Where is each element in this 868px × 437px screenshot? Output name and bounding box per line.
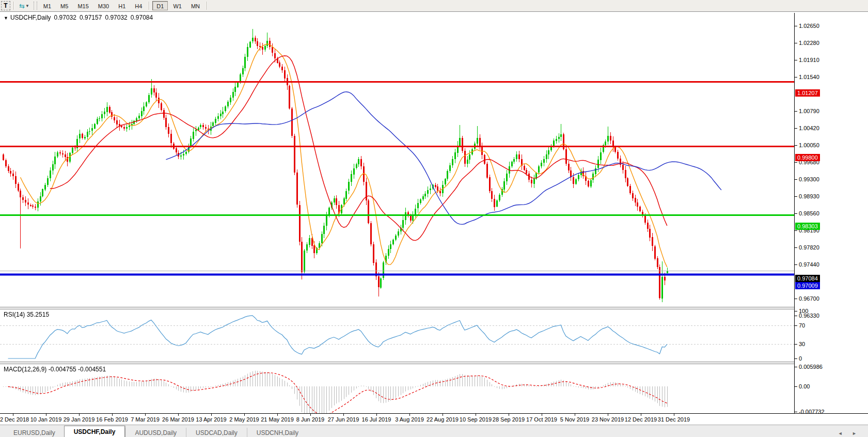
date-tick-label: 8 Jun 2019 bbox=[296, 416, 324, 423]
date-tick-label: 22 Dec 2018 bbox=[0, 416, 29, 423]
rsi-tick-label: 100 bbox=[799, 308, 808, 314]
ohlc-high: 0.97157 bbox=[80, 14, 102, 21]
date-tick-mark bbox=[608, 414, 608, 416]
chart-tab-audusd[interactable]: AUDUSD,Daily bbox=[125, 428, 186, 437]
ohlc-open: 0.97032 bbox=[54, 14, 76, 21]
date-tick-mark bbox=[178, 414, 179, 416]
chart-tab-bar: EURUSD,DailyUSDCHF,DailyAUDUSD,DailyUSDC… bbox=[0, 425, 868, 437]
timeframe-group: M1M5M15M30H1H4D1W1MN bbox=[39, 1, 204, 10]
ohlc-low: 0.97032 bbox=[105, 14, 127, 21]
price-tick-label: 0.99300 bbox=[799, 176, 819, 182]
price-tick-label: 1.00420 bbox=[799, 125, 819, 131]
price-tick-label: 0.98930 bbox=[799, 193, 819, 199]
tab-scroll-arrows: ◄ ► bbox=[838, 431, 861, 434]
date-tick-mark bbox=[575, 414, 575, 416]
chart-symbol-label: USDCHF,Daily bbox=[10, 14, 51, 21]
axis-tick-mark bbox=[795, 111, 797, 112]
hline-price-badge: 1.01207 bbox=[795, 89, 820, 97]
tab-scroll-right-icon[interactable]: ► bbox=[852, 431, 861, 436]
date-tick-mark bbox=[674, 414, 674, 416]
hline-price-badge: 0.98303 bbox=[795, 223, 820, 230]
chart-tab-usdcnh[interactable]: USDCNH,Daily bbox=[247, 428, 308, 437]
price-tick-label: 1.01910 bbox=[799, 57, 819, 63]
timeframe-button-m5[interactable]: M5 bbox=[56, 1, 72, 10]
arrows-tool-button[interactable]: ⇆ ▼ bbox=[18, 1, 31, 10]
axis-tick-mark bbox=[795, 311, 797, 311]
timeframe-button-m1[interactable]: M1 bbox=[39, 1, 55, 10]
date-tick-label: 3 Aug 2019 bbox=[395, 416, 424, 423]
arrows-tool-icon: ⇆ bbox=[19, 2, 24, 10]
date-tick-mark bbox=[443, 414, 443, 416]
price-tick-label: 1.00050 bbox=[799, 142, 819, 148]
chart-collapse-arrow[interactable]: ▼ bbox=[4, 15, 8, 21]
price-tick-label: 1.00790 bbox=[799, 108, 819, 114]
date-tick-label: 21 May 2019 bbox=[261, 416, 294, 423]
macd-label: MACD(12,26,9) -0.004755 -0.004551 bbox=[4, 366, 106, 373]
date-tick-mark bbox=[112, 414, 113, 416]
date-tick-mark bbox=[343, 414, 344, 416]
toolbar-grip[interactable] bbox=[34, 2, 37, 10]
timeframe-button-mn[interactable]: MN bbox=[187, 1, 204, 10]
price-chart-canvas[interactable] bbox=[0, 13, 794, 307]
rsi-tick-label: 30 bbox=[799, 341, 805, 347]
price-axis[interactable]: 1.026501.022801.019101.015401.007901.004… bbox=[794, 13, 868, 425]
axis-tick-mark bbox=[795, 26, 797, 26]
date-axis[interactable]: 22 Dec 201810 Jan 201929 Jan 201916 Feb … bbox=[0, 413, 868, 425]
date-tick-mark bbox=[476, 414, 476, 416]
date-tick-mark bbox=[277, 414, 278, 416]
chevron-down-icon[interactable]: ▼ bbox=[25, 4, 29, 8]
price-tick-label: 1.02280 bbox=[799, 40, 819, 46]
date-tick-mark bbox=[244, 414, 245, 416]
date-tick-label: 28 Sep 2019 bbox=[493, 416, 525, 423]
text-tool-button[interactable]: T bbox=[1, 1, 10, 10]
date-tick-mark bbox=[376, 414, 377, 416]
axis-tick-mark bbox=[795, 264, 797, 265]
axis-tick-mark bbox=[795, 367, 797, 367]
timeframe-button-h4[interactable]: H4 bbox=[131, 1, 146, 10]
chart-window: ▼USDCHF,Daily0.970320.971570.970320.9708… bbox=[0, 11, 868, 425]
trading-app-window: T ⇆ ▼ M1M5M15M30H1H4D1W1MN ▼USDCHF,Daily… bbox=[0, 0, 868, 437]
axis-tick-mark bbox=[795, 179, 797, 180]
chart-tab-usdcad[interactable]: USDCAD,Daily bbox=[186, 428, 247, 437]
macd-tick-label: 0.00 bbox=[799, 383, 810, 389]
rsi-panel-canvas[interactable] bbox=[0, 309, 794, 362]
date-tick-label: 29 Jan 2019 bbox=[64, 416, 95, 423]
macd-panel-canvas[interactable] bbox=[0, 364, 794, 414]
date-tick-mark bbox=[409, 414, 410, 416]
chart-tab-usdchf[interactable]: USDCHF,Daily bbox=[64, 426, 125, 437]
date-tick-label: 16 Feb 2019 bbox=[96, 416, 128, 423]
tab-scroll-left-icon[interactable]: ◄ bbox=[838, 431, 847, 436]
date-tick-mark bbox=[145, 414, 146, 416]
price-tick-label: 1.01540 bbox=[799, 74, 819, 80]
price-tick-label: 1.02650 bbox=[799, 23, 819, 29]
timeframe-button-w1[interactable]: W1 bbox=[169, 1, 186, 10]
timeframe-button-h1[interactable]: H1 bbox=[114, 1, 130, 10]
toolbar-separator bbox=[149, 2, 150, 10]
axis-tick-mark bbox=[795, 247, 797, 248]
chart-tab-eurusd[interactable]: EURUSD,Daily bbox=[4, 428, 65, 437]
date-tick-label: 16 Jul 2019 bbox=[362, 416, 391, 423]
date-tick-label: 31 Dec 2019 bbox=[658, 416, 690, 423]
hline-price-badge: 0.99800 bbox=[795, 154, 820, 161]
timeframe-button-m30[interactable]: M30 bbox=[94, 1, 113, 10]
hline-price-badge: 0.97009 bbox=[795, 282, 820, 289]
axis-tick-mark bbox=[795, 128, 797, 129]
timeframe-button-m15[interactable]: M15 bbox=[73, 1, 92, 10]
axis-tick-mark bbox=[795, 325, 797, 326]
axis-tick-mark bbox=[795, 196, 797, 197]
date-tick-mark bbox=[542, 414, 542, 416]
current-price-badge: 0.97084 bbox=[795, 275, 820, 282]
date-tick-mark bbox=[13, 414, 13, 416]
axis-tick-mark bbox=[795, 77, 797, 77]
date-tick-label: 13 Apr 2019 bbox=[196, 416, 226, 423]
chart-header: ▼USDCHF,Daily0.970320.971570.970320.9708… bbox=[4, 14, 153, 21]
timeframe-button-d1[interactable]: D1 bbox=[152, 1, 168, 10]
axis-tick-mark bbox=[795, 162, 797, 163]
date-tick-mark bbox=[509, 414, 509, 416]
axis-tick-mark bbox=[795, 213, 797, 214]
date-tick-label: 5 Nov 2019 bbox=[560, 416, 589, 423]
date-tick-mark bbox=[79, 414, 80, 416]
date-tick-label: 7 Mar 2019 bbox=[131, 416, 160, 423]
axis-tick-mark bbox=[795, 412, 797, 412]
date-tick-mark bbox=[310, 414, 311, 416]
